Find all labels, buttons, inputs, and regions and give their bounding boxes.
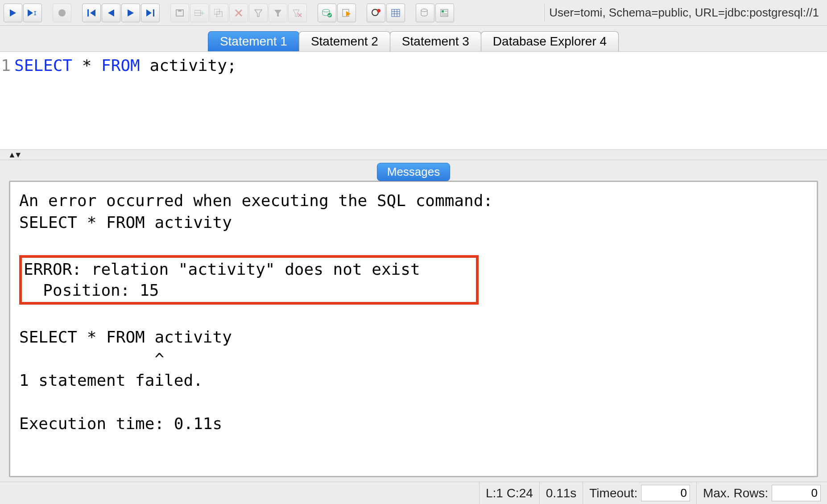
rollback-button[interactable] xyxy=(337,4,356,22)
svg-marker-27 xyxy=(346,11,351,17)
line-gutter: 1 xyxy=(0,52,12,149)
delete-row-button[interactable] xyxy=(229,4,248,22)
error-line-2: Position: 15 xyxy=(24,281,159,299)
db-info-button[interactable] xyxy=(435,4,454,22)
messages-area[interactable]: An error occurred when executing the SQL… xyxy=(9,181,818,477)
show-table-button[interactable] xyxy=(386,4,405,22)
first-record-button[interactable] xyxy=(82,4,101,22)
svg-rect-9 xyxy=(153,9,154,17)
timeout-label: Timeout: xyxy=(589,486,637,500)
filter-clear-button[interactable] xyxy=(288,4,307,22)
tab-statement-1[interactable]: Statement 1 xyxy=(208,31,299,51)
editor-text-rest: activity; xyxy=(140,56,237,74)
error-line-1: ERROR: relation "activity" does not exis… xyxy=(24,260,420,278)
error-highlight: ERROR: relation "activity" does not exis… xyxy=(19,255,479,305)
stop-button[interactable] xyxy=(53,4,71,22)
toolbar: I + xyxy=(0,0,827,26)
statement-tabs: Statement 1 Statement 2 Statement 3 Data… xyxy=(0,26,827,51)
sql-editor[interactable]: 1 SELECT * FROM activity; xyxy=(0,51,827,149)
msg-caret: ^ xyxy=(19,350,164,368)
maxrows-label: Max. Rows: xyxy=(703,486,768,500)
exec-time: 0.11s xyxy=(539,482,583,504)
commit-button[interactable] xyxy=(318,4,336,22)
tab-statement-2[interactable]: Statement 2 xyxy=(299,31,390,51)
connection-info: User=tomi, Schema=public, URL=jdbc:postg… xyxy=(544,4,823,21)
msg-intro-1: An error occurred when executing the SQL… xyxy=(19,191,493,210)
maxrows-cell: Max. Rows: xyxy=(696,482,827,504)
db-tree-button[interactable] xyxy=(416,4,434,22)
svg-marker-19 xyxy=(255,10,262,17)
timeout-cell: Timeout: xyxy=(583,482,696,504)
svg-marker-6 xyxy=(108,9,114,17)
svg-marker-5 xyxy=(90,9,95,17)
svg-marker-20 xyxy=(274,10,281,17)
svg-text:+: + xyxy=(201,9,204,17)
svg-marker-8 xyxy=(146,9,152,17)
svg-rect-37 xyxy=(442,10,444,12)
svg-text:I: I xyxy=(33,10,37,17)
filter-add-button[interactable] xyxy=(249,4,268,22)
svg-point-35 xyxy=(421,9,427,12)
save-grid-button[interactable] xyxy=(170,4,189,22)
filter-apply-button[interactable] xyxy=(269,4,287,22)
svg-marker-7 xyxy=(128,9,134,17)
svg-point-3 xyxy=(58,9,66,17)
toggle-autocommit-button[interactable] xyxy=(367,4,385,22)
svg-point-24 xyxy=(323,9,330,12)
prev-record-button[interactable] xyxy=(102,4,120,22)
svg-marker-1 xyxy=(28,9,33,17)
run-current-button[interactable]: I xyxy=(23,4,42,22)
editor-content[interactable]: SELECT * FROM activity; xyxy=(12,52,240,149)
splitter-handle[interactable]: ▲▼ xyxy=(0,149,827,160)
maxrows-input[interactable] xyxy=(772,485,821,501)
result-tab-messages[interactable]: Messages xyxy=(377,163,451,181)
run-button[interactable] xyxy=(4,4,22,22)
tab-statement-3[interactable]: Statement 3 xyxy=(390,31,481,51)
svg-rect-11 xyxy=(178,10,182,12)
msg-fail: 1 statement failed. xyxy=(19,371,203,389)
last-record-button[interactable] xyxy=(141,4,160,22)
editor-text: * xyxy=(72,56,101,74)
next-record-button[interactable] xyxy=(121,4,140,22)
keyword-from: FROM xyxy=(101,56,140,74)
msg-echo: SELECT * FROM activity xyxy=(19,328,232,346)
msg-intro-2: SELECT * FROM activity xyxy=(19,213,232,231)
svg-rect-4 xyxy=(87,9,89,17)
result-panel: Messages An error occurred when executin… xyxy=(0,160,827,482)
copy-row-button[interactable] xyxy=(210,4,228,22)
cursor-position: L:1 C:24 xyxy=(479,482,539,504)
add-row-button[interactable]: + xyxy=(190,4,209,22)
svg-marker-0 xyxy=(10,9,16,17)
msg-exec-time: Execution time: 0.11s xyxy=(19,414,222,433)
keyword-select: SELECT xyxy=(14,56,72,74)
splitter-arrows-icon: ▲▼ xyxy=(8,150,21,160)
svg-rect-30 xyxy=(392,9,400,17)
svg-point-29 xyxy=(377,9,380,12)
status-bar: L:1 C:24 0.11s Timeout: Max. Rows: xyxy=(0,482,827,504)
tab-db-explorer[interactable]: Database Explorer 4 xyxy=(481,31,619,51)
timeout-input[interactable] xyxy=(641,485,690,501)
